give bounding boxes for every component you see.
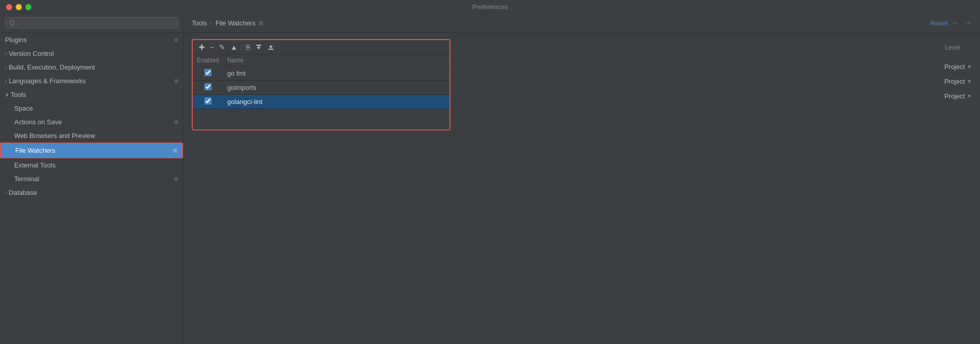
content-area: Tools › File Watchers ⊞ Reset ← → Level … bbox=[184, 13, 980, 344]
row2-name-cell: goimports bbox=[223, 81, 449, 95]
sidebar-item-file-watchers[interactable]: File Watchers ⊞ bbox=[0, 143, 183, 158]
external-tools-label: External Tools bbox=[14, 161, 55, 169]
actions-on-save-label: Actions on Save bbox=[14, 118, 62, 126]
name-column-header: Name bbox=[223, 55, 449, 66]
row1-enabled-cell bbox=[193, 66, 223, 81]
empty-row bbox=[193, 109, 449, 129]
sidebar-item-plugins[interactable]: Plugins ⊞ bbox=[0, 33, 183, 47]
languages-arrow: › bbox=[5, 78, 7, 84]
main-content: Level ✚ − ✎ ▲ ⎘ bbox=[184, 33, 980, 344]
languages-label: Languages & Frameworks bbox=[9, 77, 86, 85]
terminal-icon: ⊞ bbox=[174, 176, 178, 182]
sidebar-item-database[interactable]: › Database bbox=[0, 186, 183, 199]
version-control-arrow: › bbox=[5, 51, 7, 56]
row2-level-dropdown-arrow[interactable]: ▼ bbox=[967, 79, 972, 84]
row3-enabled-cell bbox=[193, 95, 223, 109]
watchers-table: Enabled Name go fmt bbox=[193, 55, 449, 129]
svg-marker-5 bbox=[269, 45, 273, 47]
copy-button[interactable]: ⎘ bbox=[244, 42, 252, 52]
sidebar-item-web-browsers[interactable]: Web Browsers and Preview bbox=[0, 129, 183, 143]
export-icon bbox=[267, 44, 274, 51]
row2-level: Project ▼ bbox=[944, 74, 972, 89]
table-row[interactable]: golangci-lint bbox=[193, 95, 449, 109]
table-row[interactable]: goimports bbox=[193, 81, 449, 95]
table-row[interactable]: go fmt bbox=[193, 66, 449, 81]
languages-icon: ⊞ bbox=[174, 78, 178, 84]
actions-on-save-icon: ⊞ bbox=[174, 119, 178, 125]
row1-name-cell: go fmt bbox=[223, 66, 449, 81]
breadcrumb-icon: ⊞ bbox=[259, 20, 263, 26]
forward-button[interactable]: → bbox=[964, 18, 972, 27]
breadcrumb-current: File Watchers bbox=[216, 19, 256, 27]
maximize-button[interactable] bbox=[25, 4, 31, 10]
toolbar-separator bbox=[241, 44, 242, 51]
edit-button[interactable]: ✎ bbox=[217, 42, 227, 52]
row3-level-dropdown-arrow[interactable]: ▼ bbox=[967, 93, 972, 99]
sidebar-item-space[interactable]: Space bbox=[0, 101, 183, 115]
row2-enabled-cell bbox=[193, 81, 223, 95]
row3-checkbox[interactable] bbox=[204, 97, 212, 105]
back-button[interactable]: ← bbox=[952, 18, 960, 27]
sidebar-item-external-tools[interactable]: External Tools bbox=[0, 158, 183, 172]
sidebar-item-build-execution[interactable]: › Build, Execution, Deployment bbox=[0, 60, 183, 74]
reset-button[interactable]: Reset bbox=[930, 19, 948, 27]
row1-level-dropdown-arrow[interactable]: ▼ bbox=[967, 64, 972, 70]
import-button[interactable] bbox=[253, 43, 264, 52]
build-arrow: › bbox=[5, 64, 7, 70]
watchers-panel: ✚ − ✎ ▲ ⎘ bbox=[192, 39, 450, 130]
tools-arrow: ∨ bbox=[5, 92, 9, 97]
plugins-icon: ⊞ bbox=[174, 37, 178, 43]
level-header: Level bbox=[945, 44, 960, 51]
row3-level: Project ▼ bbox=[944, 89, 972, 104]
breadcrumb-separator: › bbox=[210, 19, 212, 27]
space-label: Space bbox=[14, 105, 33, 112]
svg-rect-0 bbox=[256, 45, 261, 46]
database-arrow: › bbox=[5, 190, 7, 195]
watchers-toolbar: ✚ − ✎ ▲ ⎘ bbox=[193, 40, 449, 55]
sidebar-item-terminal[interactable]: Terminal ⊞ bbox=[0, 172, 183, 186]
title-bar: Preferences bbox=[0, 0, 980, 13]
export-button[interactable] bbox=[265, 43, 276, 52]
row1-level: Project ▼ bbox=[944, 59, 972, 74]
version-control-label: Version Control bbox=[9, 50, 54, 57]
row2-checkbox[interactable] bbox=[204, 83, 212, 90]
row3-level-label: Project bbox=[944, 92, 965, 100]
sidebar: Plugins ⊞ › Version Control › Build, Exe… bbox=[0, 13, 184, 344]
row2-level-label: Project bbox=[944, 78, 965, 85]
breadcrumb-bar: Tools › File Watchers ⊞ Reset ← → bbox=[184, 13, 980, 33]
svg-marker-2 bbox=[257, 47, 261, 49]
sidebar-item-tools[interactable]: ∨ Tools bbox=[0, 88, 183, 101]
tools-label: Tools bbox=[11, 91, 26, 98]
window-title: Preferences bbox=[472, 3, 508, 11]
row3-name-cell: golangci-lint bbox=[223, 95, 449, 109]
file-watchers-label: File Watchers bbox=[15, 147, 55, 154]
sidebar-item-version-control[interactable]: › Version Control bbox=[0, 47, 183, 60]
remove-button[interactable]: − bbox=[208, 42, 216, 52]
build-label: Build, Execution, Deployment bbox=[9, 63, 95, 71]
plugins-label: Plugins bbox=[5, 36, 27, 44]
row1-level-label: Project bbox=[944, 63, 965, 71]
svg-rect-3 bbox=[268, 49, 273, 50]
close-button[interactable] bbox=[6, 4, 12, 10]
sidebar-item-actions-on-save[interactable]: Actions on Save ⊞ bbox=[0, 115, 183, 129]
import-icon bbox=[255, 44, 262, 51]
move-up-button[interactable]: ▲ bbox=[228, 42, 239, 52]
minimize-button[interactable] bbox=[16, 4, 22, 10]
database-label: Database bbox=[9, 189, 37, 196]
breadcrumb-parent: Tools bbox=[192, 19, 207, 27]
sidebar-item-languages[interactable]: › Languages & Frameworks ⊞ bbox=[0, 74, 183, 88]
file-watchers-sidebar-icon: ⊞ bbox=[173, 148, 177, 153]
breadcrumb-actions: Reset ← → bbox=[930, 18, 972, 27]
add-button[interactable]: ✚ bbox=[197, 42, 207, 52]
level-dropdowns: Project ▼ Project ▼ Project ▼ bbox=[944, 59, 972, 104]
search-input[interactable] bbox=[5, 17, 178, 28]
row1-checkbox[interactable] bbox=[204, 69, 212, 76]
web-browsers-label: Web Browsers and Preview bbox=[14, 132, 95, 140]
enabled-column-header: Enabled bbox=[193, 55, 223, 66]
terminal-label: Terminal bbox=[14, 175, 39, 183]
search-container bbox=[0, 13, 183, 33]
